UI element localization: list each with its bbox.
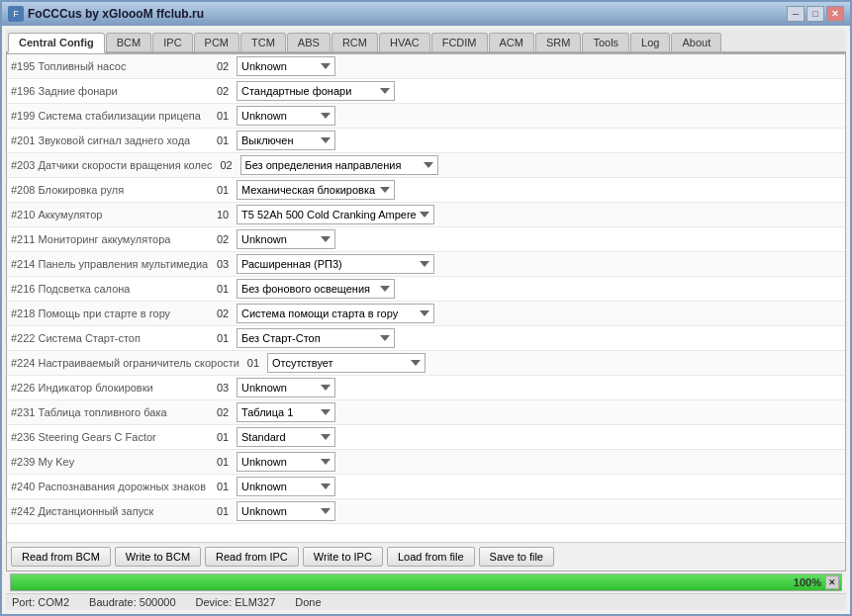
- row-dropdown[interactable]: Без определения направления: [240, 155, 438, 175]
- row-dropdown[interactable]: Механическая блокировка: [237, 180, 395, 200]
- main-window: F FoCCCus by xGloooM ffclub.ru ─ □ ✕ Cen…: [0, 0, 852, 616]
- row-label: #218 Помощь при старте в гору: [11, 308, 209, 319]
- row-label: #199 Система стабилизации прицепа: [11, 110, 209, 122]
- tab-tcm[interactable]: TCM: [240, 33, 286, 51]
- row-code: 01: [209, 332, 237, 344]
- table-row: #222 Система Старт-стоп01Без Старт-Стоп: [7, 326, 845, 351]
- row-dropdown[interactable]: Без фонового освещения: [237, 279, 395, 299]
- row-dropdown[interactable]: Unknown: [237, 56, 335, 76]
- row-dropdown[interactable]: Без Старт-Стоп: [237, 328, 395, 348]
- row-label: #224 Настраиваемый ограничитель скорости: [11, 357, 239, 369]
- maximize-button[interactable]: □: [806, 6, 824, 22]
- row-dropdown[interactable]: Unknown: [237, 452, 335, 472]
- table-row: #195 Топливный насос02Unknown: [7, 54, 845, 79]
- table-row: #208 Блокировка руля01Механическая блоки…: [7, 178, 845, 203]
- tab-bcm[interactable]: BCM: [106, 33, 151, 51]
- tab-acm[interactable]: ACM: [489, 33, 534, 51]
- tab-fcdim[interactable]: FCDIM: [431, 33, 488, 51]
- row-dropdown[interactable]: Расширенная (РП3): [237, 254, 434, 274]
- table-row: #210 Аккумулятор10T5 52Ah 500 Cold Crank…: [7, 203, 845, 227]
- row-label: #203 Датчики скорости вращения колес: [11, 159, 213, 171]
- table-row: #201 Звуковой сигнал заднего хода01Выклю…: [7, 129, 845, 153]
- row-code: 01: [239, 357, 267, 369]
- tab-about[interactable]: About: [671, 33, 721, 51]
- bottom-buttons: Read from BCM Write to BCM Read from IPC…: [7, 542, 845, 571]
- table-row: #239 My Key01Unknown: [7, 450, 845, 475]
- save-file-button[interactable]: Save to file: [479, 547, 554, 567]
- row-dropdown[interactable]: Таблица 1: [237, 402, 335, 422]
- row-code: 01: [209, 505, 237, 517]
- row-code: 01: [209, 431, 237, 443]
- row-dropdown[interactable]: T5 52Ah 500 Cold Cranking Ampere: [237, 205, 434, 224]
- write-bcm-button[interactable]: Write to BCM: [115, 547, 201, 567]
- row-dropdown[interactable]: Unknown: [237, 229, 335, 249]
- row-value: Без фонового освещения: [237, 279, 841, 299]
- tab-central-config[interactable]: Central Config: [8, 33, 105, 53]
- tab-hvac[interactable]: HVAC: [379, 33, 430, 51]
- row-dropdown[interactable]: Отсутствует: [267, 353, 426, 373]
- row-dropdown[interactable]: Система помощи старта в гору: [237, 304, 434, 323]
- progress-close-button[interactable]: ✕: [825, 575, 839, 589]
- row-label: #240 Распознавания дорожных знаков: [11, 481, 209, 492]
- row-value: Unknown: [237, 229, 841, 249]
- tab-abs[interactable]: ABS: [287, 33, 331, 51]
- tab-pcm[interactable]: PCM: [194, 33, 239, 51]
- read-bcm-button[interactable]: Read from BCM: [11, 547, 111, 567]
- tab-bar: Central ConfigBCMIPCPCMTCMABSRCMHVACFCDI…: [6, 30, 846, 53]
- row-label: #242 Дистанционный запуск: [11, 505, 209, 517]
- row-label: #208 Блокировка руля: [11, 184, 209, 196]
- table-row: #216 Подсветка салона01Без фонового осве…: [7, 277, 845, 302]
- close-button[interactable]: ✕: [826, 6, 844, 22]
- row-dropdown[interactable]: Standard: [237, 427, 335, 447]
- titlebar-controls: ─ □ ✕: [787, 6, 844, 22]
- row-value: Выключен: [237, 131, 841, 150]
- table-row: #196 Задние фонари02Стандартные фонари: [7, 79, 845, 104]
- row-value: Unknown: [237, 106, 841, 126]
- row-dropdown[interactable]: Выключен: [237, 131, 335, 150]
- row-value: Unknown: [237, 56, 841, 76]
- table-row: #218 Помощь при старте в гору02Система п…: [7, 302, 845, 326]
- row-code: 01: [209, 456, 237, 468]
- status-device: Device: ELM327: [196, 596, 276, 608]
- row-code: 01: [209, 110, 237, 122]
- app-icon: F: [8, 6, 24, 22]
- row-value: Без определения направления: [240, 155, 841, 175]
- read-ipc-button[interactable]: Read from IPC: [205, 547, 299, 567]
- write-ipc-button[interactable]: Write to IPC: [303, 547, 383, 567]
- row-label: #236 Steering Gears C Factor: [11, 431, 209, 443]
- main-panel: #195 Топливный насос02Unknown#196 Задние…: [6, 53, 846, 572]
- row-value: Стандартные фонари: [237, 81, 841, 101]
- table-row: #236 Steering Gears C Factor01Standard: [7, 425, 845, 450]
- row-code: 02: [209, 406, 237, 418]
- row-dropdown[interactable]: Unknown: [237, 477, 335, 496]
- row-value: Таблица 1: [237, 402, 841, 422]
- row-code: 03: [209, 258, 237, 270]
- row-dropdown[interactable]: Unknown: [237, 106, 335, 126]
- table-row: #242 Дистанционный запуск01Unknown: [7, 499, 845, 524]
- row-dropdown[interactable]: Unknown: [237, 378, 335, 397]
- progress-bar-container: 100% ✕: [10, 573, 842, 591]
- row-value: Механическая блокировка: [237, 180, 841, 200]
- row-code: 02: [209, 308, 237, 319]
- row-code: 03: [209, 382, 237, 394]
- titlebar-left: F FoCCCus by xGloooM ffclub.ru: [8, 6, 204, 22]
- tab-log[interactable]: Log: [630, 33, 670, 51]
- minimize-button[interactable]: ─: [787, 6, 805, 22]
- row-code: 02: [213, 159, 240, 171]
- row-dropdown[interactable]: Стандартные фонари: [237, 81, 395, 101]
- load-file-button[interactable]: Load from file: [387, 547, 475, 567]
- tab-ipc[interactable]: IPC: [152, 33, 192, 51]
- row-label: #196 Задние фонари: [11, 85, 209, 97]
- tab-rcm[interactable]: RCM: [331, 33, 378, 51]
- tab-srm[interactable]: SRM: [535, 33, 581, 51]
- row-dropdown[interactable]: Unknown: [237, 501, 335, 521]
- table-row: #240 Распознавания дорожных знаков01Unkn…: [7, 475, 845, 499]
- row-label: #201 Звуковой сигнал заднего хода: [11, 134, 209, 146]
- titlebar-title: FoCCCus by xGloooM ffclub.ru: [28, 7, 204, 21]
- row-label: #239 My Key: [11, 456, 209, 468]
- row-label: #222 Система Старт-стоп: [11, 332, 209, 344]
- row-value: T5 52Ah 500 Cold Cranking Ampere: [237, 205, 841, 224]
- tab-tools[interactable]: Tools: [582, 33, 629, 51]
- row-value: Отсутствует: [267, 353, 841, 373]
- config-scroll[interactable]: #195 Топливный насос02Unknown#196 Задние…: [7, 54, 845, 542]
